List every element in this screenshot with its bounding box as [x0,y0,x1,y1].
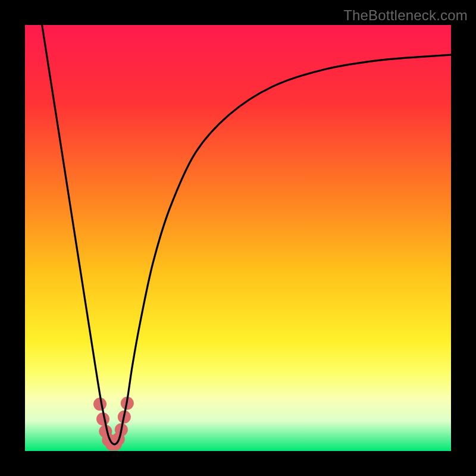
gradient-background [25,25,451,451]
outer-frame: TheBottleneck.com [0,0,476,476]
chart-plot-area [25,25,451,451]
chart-svg [25,25,451,451]
attribution-text: TheBottleneck.com [343,7,468,24]
